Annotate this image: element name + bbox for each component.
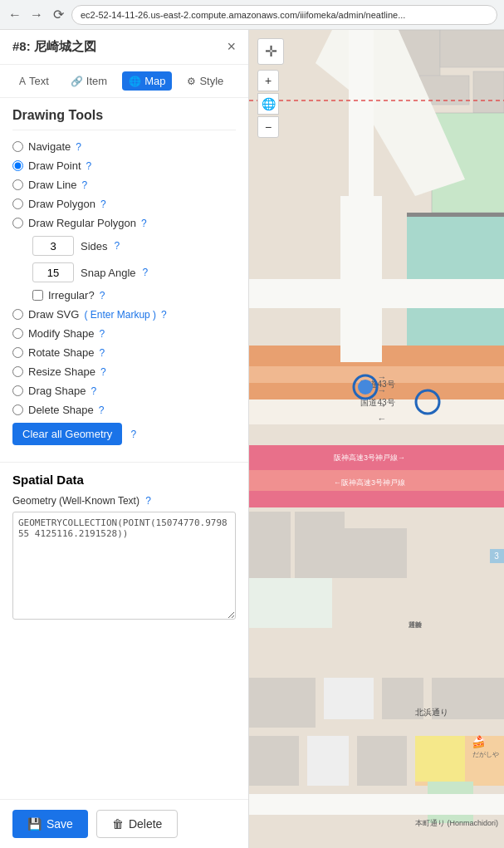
- back-button[interactable]: ←: [7, 7, 23, 23]
- rotate-shape-label: Rotate Shape: [28, 346, 95, 359]
- sides-help[interactable]: ?: [115, 240, 120, 252]
- clear-geometry-button[interactable]: Clear all Geometry: [12, 423, 122, 445]
- map-navigate-button[interactable]: ✛: [257, 38, 284, 65]
- drag-shape-help[interactable]: ?: [91, 385, 96, 397]
- draw-regular-polygon-radio[interactable]: [12, 218, 23, 228]
- panel-header: #8: 尼崎城之図 ×: [0, 30, 248, 65]
- draw-line-option[interactable]: Draw Line ?: [12, 179, 236, 191]
- navigate-label: Navigate: [28, 140, 71, 153]
- forward-button[interactable]: →: [28, 7, 45, 23]
- tab-style[interactable]: ⚙ Style: [180, 71, 230, 91]
- draw-polygon-help[interactable]: ?: [100, 199, 106, 210]
- svg-rect-22: [324, 678, 374, 719]
- clear-help[interactable]: ?: [130, 429, 136, 440]
- sides-row: Sides ?: [12, 236, 236, 256]
- navigate-option[interactable]: Navigate ?: [12, 140, 236, 153]
- svg-rect-21: [249, 678, 316, 728]
- irregular-help[interactable]: ?: [100, 290, 105, 301]
- svg-text:3: 3: [494, 551, 499, 561]
- rotate-shape-help[interactable]: ?: [100, 347, 105, 359]
- draw-point-radio[interactable]: [12, 160, 23, 171]
- draw-line-radio[interactable]: [12, 179, 23, 190]
- draw-svg-help[interactable]: ?: [161, 309, 167, 321]
- navigate-help[interactable]: ?: [76, 141, 81, 153]
- draw-line-label: Draw Line: [28, 179, 77, 191]
- address-bar[interactable]: ec2-52-14-11-26.us-east-2.compute.amazon…: [71, 5, 497, 25]
- zoom-out-button[interactable]: −: [257, 116, 279, 138]
- svg-rect-45: [249, 794, 504, 815]
- resize-shape-option[interactable]: Resize Shape ?: [12, 365, 236, 378]
- tab-text[interactable]: A Text: [12, 71, 56, 91]
- footer-buttons: 💾 Save 🗑 Delete: [0, 799, 248, 848]
- svg-rect-27: [357, 736, 407, 786]
- map-tab-icon: 🌐: [129, 76, 141, 87]
- draw-polygon-radio[interactable]: [12, 199, 23, 209]
- refresh-button[interactable]: ⟳: [50, 7, 66, 23]
- spatial-data-section: Spatial Data Geometry (Well-Known Text) …: [0, 462, 248, 632]
- svg-text:北浜通り: 北浜通り: [415, 708, 448, 717]
- resize-shape-radio[interactable]: [12, 366, 23, 377]
- zoom-in-button[interactable]: +: [257, 70, 279, 91]
- tab-item[interactable]: 🔗 Item: [64, 71, 114, 91]
- snap-angle-help[interactable]: ?: [143, 267, 149, 278]
- resize-shape-help[interactable]: ?: [100, 366, 106, 378]
- svg-rect-18: [295, 512, 345, 578]
- svg-rect-36: [249, 279, 504, 308]
- delete-icon: 🗑: [112, 817, 124, 831]
- drag-shape-radio[interactable]: [12, 385, 23, 396]
- tab-style-label: Style: [199, 75, 223, 87]
- svg-rect-17: [249, 512, 291, 578]
- rotate-shape-radio[interactable]: [12, 347, 23, 358]
- draw-point-label: Draw Point: [28, 159, 81, 172]
- draw-svg-radio[interactable]: [12, 309, 23, 320]
- delete-button[interactable]: 🗑 Delete: [96, 810, 178, 838]
- sides-input[interactable]: [32, 236, 74, 256]
- svg-rect-16: [407, 213, 504, 217]
- svg-rect-25: [249, 736, 299, 786]
- geo-textarea[interactable]: GEOMETRYCOLLECTION(POINT(15074770.979855…: [12, 512, 236, 620]
- spatial-data-title: Spatial Data: [12, 473, 236, 487]
- map-panel[interactable]: P → → → ← 国道43号 国道43号 阪神高速3号神戸線→ ←阪神高速3号…: [249, 30, 504, 848]
- draw-regular-polygon-option[interactable]: Draw Regular Polygon ?: [12, 217, 236, 229]
- draw-line-help[interactable]: ?: [82, 179, 88, 191]
- delete-shape-option[interactable]: Delete Shape ?: [12, 404, 236, 416]
- style-tab-icon: ⚙: [187, 76, 196, 87]
- save-label: Save: [46, 817, 73, 831]
- svg-rect-19: [249, 578, 332, 628]
- drag-shape-option[interactable]: Drag Shape ?: [12, 385, 236, 397]
- geo-help[interactable]: ?: [145, 495, 151, 507]
- save-button[interactable]: 💾 Save: [12, 810, 88, 838]
- browser-bar: ← → ⟳ ec2-52-14-11-26.us-east-2.compute.…: [0, 0, 504, 30]
- delete-shape-help[interactable]: ?: [99, 404, 105, 416]
- delete-shape-radio[interactable]: [12, 404, 23, 415]
- draw-svg-label: Draw SVG: [28, 308, 79, 321]
- close-button[interactable]: ×: [227, 38, 236, 56]
- irregular-checkbox[interactable]: [32, 290, 43, 301]
- modify-shape-option[interactable]: Modify Shape ?: [12, 327, 236, 340]
- panel-title: #8: 尼崎城之図: [12, 39, 96, 55]
- resize-shape-label: Resize Shape: [28, 365, 95, 378]
- tab-map[interactable]: 🌐 Map: [122, 71, 172, 91]
- map-controls: ✛ + 🌐 −: [257, 38, 284, 138]
- map-svg: P → → → ← 国道43号 国道43号 阪神高速3号神戸線→ ←阪神高速3号…: [249, 30, 504, 848]
- svg-rect-2: [440, 30, 504, 67]
- delete-label: Delete: [129, 817, 162, 831]
- svg-rect-14: [249, 491, 504, 507]
- draw-point-help[interactable]: ?: [86, 160, 92, 172]
- draw-point-option[interactable]: Draw Point ?: [12, 159, 236, 172]
- navigate-radio[interactable]: [12, 141, 23, 152]
- rotate-shape-option[interactable]: Rotate Shape ?: [12, 346, 236, 359]
- geo-label: Geometry (Well-Known Text) ?: [12, 495, 236, 507]
- snap-angle-input[interactable]: [32, 262, 74, 282]
- tab-text-label: Text: [29, 75, 49, 87]
- save-icon: 💾: [27, 817, 42, 831]
- draw-regular-polygon-help[interactable]: ?: [141, 218, 147, 229]
- svg-rect-20: [340, 528, 407, 578]
- draw-svg-option[interactable]: Draw SVG ( Enter Markup ) ?: [12, 308, 236, 321]
- tab-map-label: Map: [144, 75, 165, 87]
- modify-shape-help[interactable]: ?: [100, 328, 105, 340]
- modify-shape-radio[interactable]: [12, 328, 23, 339]
- globe-button[interactable]: 🌐: [257, 93, 279, 115]
- draw-polygon-option[interactable]: Draw Polygon ?: [12, 198, 236, 210]
- svg-text:本町通り (Honmachidori): 本町通り (Honmachidori): [415, 819, 498, 827]
